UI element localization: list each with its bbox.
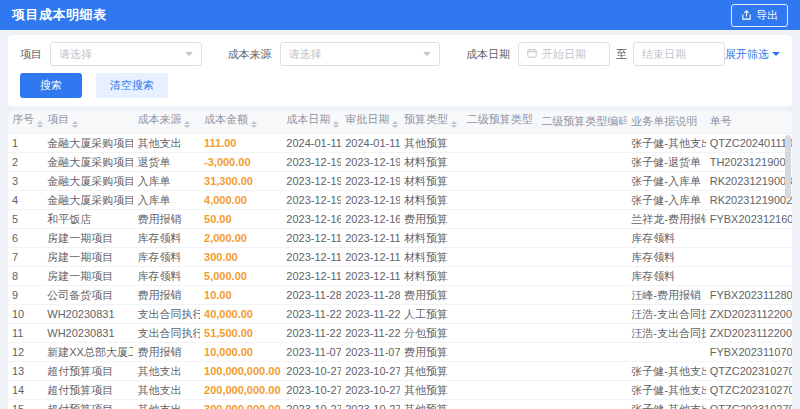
table-cell [463,266,537,285]
column-label: 预算类型 [404,113,448,125]
table-cell: -3,000.00 [200,152,282,171]
column-label: 序号 [12,113,34,125]
table-cell [463,285,537,304]
sort-icon[interactable] [251,118,257,131]
project-select[interactable]: 请选择 [50,42,202,66]
table-cell: RK20231219002 [706,190,792,209]
table-cell: WH20230831 [43,323,133,342]
table-cell: 库存领料 [627,247,705,266]
table-row: 7房建一期项目库存领料300.002023-12-112023-12-11材料预… [8,247,792,266]
column-header-5[interactable]: 审批日期 [341,111,400,133]
table-cell: QTZC20231027002 [706,399,792,409]
table-cell: 2023-11-28 [282,285,341,304]
table-cell: ZXD20231122001 [706,323,792,342]
table-cell [537,361,627,380]
table-cell: 张子健-入库单 [627,190,705,209]
table-cell [537,399,627,409]
table-cell: 其他预算 [400,361,463,380]
table-cell: 2023-12-19 [341,171,400,190]
table-cell [537,247,627,266]
table-cell [537,323,627,342]
table-row: 12新建XX总部大厦工程二期费用报销10,000.002023-11-07202… [8,342,792,361]
table-cell: 兰祥龙-费用报销 [627,209,705,228]
table-cell [627,342,705,361]
chevron-down-icon [772,52,780,60]
column-header-2[interactable]: 成本来源 [133,111,200,133]
table-cell: 31,300.00 [200,171,282,190]
cost-source-filter-label: 成本来源 [228,47,272,62]
column-header-7[interactable]: 二级预算类型 [463,111,537,133]
table-cell: QTZC20231027002 [706,380,792,399]
table-cell: 2023-12-19 [282,152,341,171]
end-date-input[interactable]: 结束日期 [633,42,725,66]
table-cell [463,342,537,361]
column-label: 单号 [710,115,732,127]
column-label: 二级预算类型 [467,113,533,125]
sort-icon[interactable] [392,118,398,131]
table-cell: 金融大厦采购项目 [43,152,133,171]
table-cell: 2023-12-19 [282,171,341,190]
column-label: 项目 [47,113,69,125]
table-cell: 9 [8,285,43,304]
table-cell: 其他支出 [133,133,200,152]
export-button[interactable]: 导出 [731,4,788,27]
table-cell: 其他预算 [400,380,463,399]
table-cell: 2 [8,152,43,171]
column-header-6[interactable]: 预算类型 [400,111,463,133]
sort-icon[interactable] [333,118,339,131]
table-cell: 2023-11-22 [282,304,341,323]
column-header-3[interactable]: 成本金额 [200,111,282,133]
table-cell: 111.00 [200,133,282,152]
table-cell: 材料预算 [400,247,463,266]
date-range-separator: 至 [616,47,627,62]
cost-date-filter-label: 成本日期 [466,47,510,62]
table-cell: 2023-12-16 [282,209,341,228]
sort-icon[interactable] [72,118,78,131]
column-header-0[interactable]: 序号 [8,111,43,133]
table-cell: 2,000.00 [200,228,282,247]
sort-icon[interactable] [451,118,457,131]
table-cell: 2023-12-11 [341,266,400,285]
column-header-1[interactable]: 项目 [43,111,133,133]
table-cell: FYBX20231128001 [706,285,792,304]
table-cell: 2023-11-22 [341,304,400,323]
column-header-4[interactable]: 成本日期 [282,111,341,133]
table-cell: 2023-12-11 [282,247,341,266]
table-cell [537,304,627,323]
table-cell: 张子健-其他支出 [627,361,705,380]
export-button-label: 导出 [756,8,778,23]
table-cell [537,152,627,171]
table-cell: 人工预算 [400,304,463,323]
table-cell: 其他支出 [133,399,200,409]
table-cell: 40,000.00 [200,304,282,323]
column-label: 审批日期 [345,113,389,125]
table-cell [463,190,537,209]
scrollbar-thumb[interactable] [785,135,791,199]
table-cell: 3 [8,171,43,190]
column-header-10: 单号 [706,111,792,133]
table-cell: 51,500.00 [200,323,282,342]
start-date-input[interactable]: 开始日期 [518,42,610,66]
search-button[interactable]: 搜索 [20,73,82,98]
table-cell: 2024-01-11 [282,133,341,152]
table-cell: 库存领料 [133,247,200,266]
table-cell: 费用报销 [133,209,200,228]
expand-filters-link[interactable]: 展开筛选 [725,47,780,62]
vertical-scrollbar[interactable] [785,135,791,409]
table-cell: 材料预算 [400,171,463,190]
filter-row: 项目 请选择 成本来源 请选择 成本日期 开始日期 至 结束日期 展开筛选 [20,42,780,66]
table-cell: 8 [8,266,43,285]
table-cell: 10,000.00 [200,342,282,361]
sort-icon[interactable] [184,118,190,131]
table-cell: 其他预算 [400,133,463,152]
table-cell: FYBX20231107001 [706,342,792,361]
table-cell: 和平饭店 [43,209,133,228]
table-cell: 100,000,000.00 [200,361,282,380]
table-row: 2金融大厦采购项目退货单-3,000.002023-12-192023-12-1… [8,152,792,171]
sort-icon[interactable] [37,118,43,131]
cost-source-select[interactable]: 请选择 [280,42,440,66]
clear-search-button[interactable]: 清空搜索 [96,73,168,98]
table-row: 1金融大厦采购项目其他支出111.002024-01-112024-01-11其… [8,133,792,152]
column-label: 成本来源 [137,113,181,125]
sort-icon[interactable] [536,118,537,131]
